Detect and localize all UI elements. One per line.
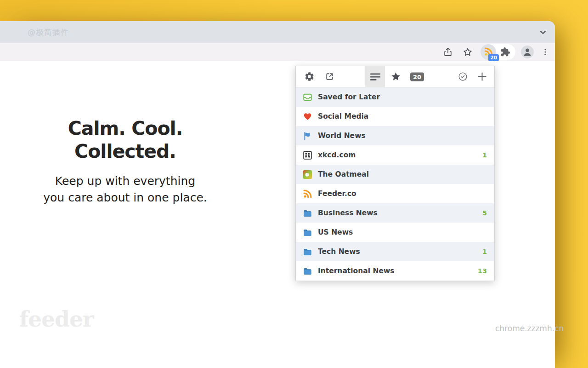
open-external-icon[interactable]: [322, 70, 336, 84]
unread-count: 1: [482, 248, 487, 255]
heart-icon: [303, 112, 312, 121]
feed-list: Saved for LaterSocial MediaWorld Newsxkc…: [296, 87, 494, 281]
feeder-extension-icon[interactable]: 20: [481, 44, 496, 60]
feed-row[interactable]: US News: [296, 223, 494, 242]
extension-unread-badge: 20: [488, 54, 499, 61]
feed-label: US News: [318, 228, 353, 236]
add-feed-icon[interactable]: [475, 70, 489, 84]
feed-row[interactable]: The Oatmeal: [296, 165, 494, 184]
feed-label: International News: [318, 267, 394, 275]
settings-gear-icon[interactable]: [302, 70, 316, 84]
folder-icon: [303, 209, 312, 218]
unread-count: 5: [482, 209, 487, 217]
feed-label: Business News: [318, 209, 378, 217]
hero-text-block: Calm. Cool. Collected. Keep up with ever…: [18, 117, 232, 206]
feed-row[interactable]: Social Media: [296, 107, 494, 126]
browser-window: @极简插件: [0, 21, 555, 368]
mark-all-read-icon[interactable]: [456, 70, 469, 84]
feed-row[interactable]: xkcd.com1: [296, 145, 494, 165]
feed-row[interactable]: World News: [296, 126, 494, 145]
rss-icon: [303, 190, 312, 198]
feed-label: The Oatmeal: [318, 170, 369, 178]
hero-subtitle: Keep up with everything you care about i…: [18, 173, 232, 206]
chevron-down-icon[interactable]: [538, 28, 548, 37]
browser-toolbar: 20: [0, 43, 555, 61]
extensions-puzzle-icon[interactable]: [500, 46, 511, 58]
inbox-icon: [303, 93, 312, 102]
flag-icon: [303, 132, 312, 140]
browser-tabstrip: @极简插件: [0, 21, 555, 43]
starred-items-icon[interactable]: [389, 70, 402, 84]
tab-watermark-text: @极简插件: [28, 27, 69, 37]
site-watermark: chrome.zzzmh.cn: [495, 324, 564, 333]
feed-row[interactable]: Saved for Later: [296, 87, 494, 107]
folder-icon: [303, 228, 312, 237]
profile-avatar-icon[interactable]: [521, 46, 534, 58]
feed-label: Social Media: [318, 112, 368, 121]
feed-row[interactable]: Feeder.co: [296, 184, 494, 203]
feed-label: Tech News: [318, 247, 360, 256]
unread-count: 1: [482, 151, 487, 159]
folder-icon: [303, 247, 312, 256]
unread-count-badge[interactable]: 20: [410, 72, 424, 81]
oatmeal-icon: [303, 170, 312, 179]
feed-label: Feeder.co: [318, 190, 356, 198]
feed-label: xkcd.com: [318, 151, 356, 159]
share-icon[interactable]: [442, 46, 453, 58]
popup-toolbar: 20: [296, 66, 494, 87]
bookmark-star-icon[interactable]: [462, 46, 473, 58]
feed-row[interactable]: International News13: [296, 261, 494, 281]
feed-row[interactable]: Business News5: [296, 203, 494, 223]
feeder-popup: 20 Saved for LaterSocial MediaWorld News…: [295, 66, 495, 281]
xkcd-icon: [303, 151, 312, 160]
hero-title: Calm. Cool. Collected.: [18, 117, 232, 163]
feed-label: Saved for Later: [318, 93, 380, 101]
extensions-pill: 20: [481, 44, 515, 60]
unread-count: 13: [478, 267, 487, 275]
feed-row[interactable]: Tech News1: [296, 242, 494, 261]
feed-label: World News: [318, 132, 366, 140]
overflow-menu-icon[interactable]: [541, 46, 549, 58]
folder-icon: [303, 267, 312, 276]
feed-list-view-tab[interactable]: [365, 66, 385, 87]
feeder-logo: feeder: [19, 306, 94, 332]
